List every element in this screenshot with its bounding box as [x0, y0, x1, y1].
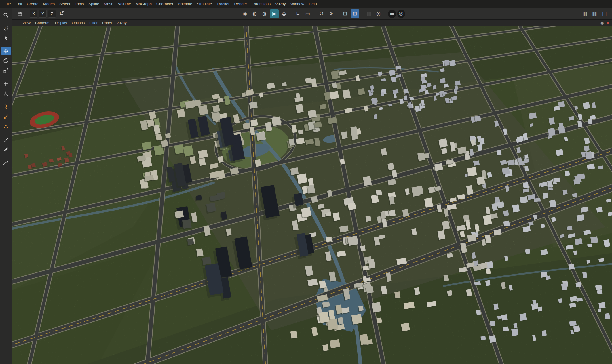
- menu-extensions[interactable]: Extensions: [249, 1, 273, 7]
- axis-y-lock-button[interactable]: Y: [39, 10, 47, 18]
- render-settings-icon[interactable]: ◑: [260, 9, 269, 18]
- viewport-menu-v-ray[interactable]: V-Ray: [114, 20, 129, 26]
- spline-tool-icon[interactable]: [1, 158, 11, 167]
- layout-edge-icon[interactable]: ▤: [600, 9, 609, 18]
- render-region-icon[interactable]: ◐: [250, 9, 259, 18]
- menu-simulate[interactable]: Simulate: [195, 1, 214, 7]
- scale-tool-icon[interactable]: [1, 66, 11, 75]
- viewport-menubar: ViewCamerasDisplayOptionsFilterPanelV-Ra…: [12, 20, 612, 26]
- knife-tool-icon[interactable]: [1, 145, 11, 154]
- viewport-menu-options[interactable]: Options: [69, 20, 87, 26]
- axis-x-lock-button[interactable]: X: [30, 10, 37, 18]
- menu-character[interactable]: Character: [154, 1, 176, 7]
- content-browser-icon[interactable]: [16, 9, 24, 18]
- app-window: FileEditCreateModesSelectToolsSplineMesh…: [0, 0, 612, 364]
- menubar-items: FileEditCreateModesSelectToolsSplineMesh…: [2, 1, 319, 7]
- move-tool-icon[interactable]: [1, 47, 11, 55]
- menu-edit[interactable]: Edit: [13, 1, 24, 7]
- axis-lock-group: XYZ: [30, 10, 57, 18]
- viewport-menu-right: ●×: [600, 20, 610, 26]
- menu-mesh[interactable]: Mesh: [102, 1, 116, 7]
- gear-icon[interactable]: ⚙: [327, 9, 336, 18]
- menu-tracker[interactable]: Tracker: [214, 1, 232, 7]
- axis-z-lock-button[interactable]: Z: [48, 10, 56, 18]
- tool-palette: [0, 8, 12, 364]
- city-scene: [12, 26, 612, 364]
- letter-a-icon[interactable]: Ⓐ: [397, 10, 405, 18]
- viewport-menu-display[interactable]: Display: [53, 20, 70, 26]
- transform-tool-icon[interactable]: [1, 79, 11, 88]
- spline-pen-icon[interactable]: [1, 102, 11, 111]
- menu-v-ray[interactable]: V-Ray: [273, 1, 288, 7]
- toolbar-divider: [27, 10, 27, 17]
- viewport-menu-filter[interactable]: Filter: [87, 20, 100, 26]
- layout-panes-icon[interactable]: ▥: [580, 9, 589, 18]
- quantize-icon[interactable]: ⊞: [351, 9, 359, 18]
- close-view-icon[interactable]: ×: [606, 20, 610, 26]
- menu-select[interactable]: Select: [57, 1, 73, 7]
- capsule-icon[interactable]: ▬: [388, 10, 396, 18]
- live-selection-icon[interactable]: [1, 24, 11, 32]
- menu-volume[interactable]: Volume: [116, 1, 133, 7]
- menu-create[interactable]: Create: [24, 1, 41, 7]
- viewport-menu-view[interactable]: View: [20, 20, 33, 26]
- rotate-tool-icon[interactable]: [1, 56, 11, 65]
- grid-snap-icon[interactable]: ⊞: [341, 9, 349, 18]
- menu-modes[interactable]: Modes: [41, 1, 57, 7]
- grab-view-icon[interactable]: ●: [600, 21, 604, 25]
- menu-animate[interactable]: Animate: [176, 1, 195, 7]
- menu-window[interactable]: Window: [288, 1, 307, 7]
- menu-tools[interactable]: Tools: [73, 1, 86, 7]
- viewport-menu-items: ViewCamerasDisplayOptionsFilterPanelV-Ra…: [20, 20, 129, 26]
- viewport-menu-cameras[interactable]: Cameras: [33, 20, 53, 26]
- viewport-menu-panel[interactable]: Panel: [100, 20, 114, 26]
- layout-grid-icon[interactable]: ▦: [590, 9, 599, 18]
- polygon-pen-icon[interactable]: [1, 112, 11, 121]
- viewport-menu-icon[interactable]: [13, 20, 20, 26]
- toolbar-center: ◉◐◑▣◒∟▭Ω⚙⊞⊞▦◎▬Ⓐ: [240, 9, 406, 18]
- render-view-icon[interactable]: ◉: [241, 9, 249, 18]
- menu-mograph[interactable]: MoGraph: [133, 1, 154, 7]
- zoom-tool-icon[interactable]: [1, 11, 11, 19]
- menu-render[interactable]: Render: [232, 1, 249, 7]
- tool-separator: [2, 22, 10, 22]
- interactive-render-icon[interactable]: ◒: [280, 9, 288, 18]
- brush-tool-icon[interactable]: [1, 135, 11, 144]
- viewport-3d[interactable]: [12, 26, 612, 364]
- axis-corner-icon[interactable]: ∟: [294, 9, 302, 18]
- target-icon[interactable]: ◎: [374, 9, 383, 18]
- points-tool-icon[interactable]: [1, 122, 11, 131]
- menubar: FileEditCreateModesSelectToolsSplineMesh…: [0, 0, 612, 8]
- menu-spline[interactable]: Spline: [86, 1, 102, 7]
- select-cursor-icon[interactable]: [1, 33, 11, 42]
- main-toolbar: XYZ ∟ ◉◐◑▣◒∟▭Ω⚙⊞⊞▦◎▬Ⓐ ▥▦▤: [12, 8, 612, 20]
- toolbar-right: ▥▦▤: [580, 9, 609, 18]
- axis-tool-icon[interactable]: [1, 89, 11, 98]
- display-mode-icon[interactable]: ▣: [270, 9, 279, 18]
- magnet-icon[interactable]: Ω: [317, 9, 326, 18]
- coordinate-system-icon[interactable]: ∟: [57, 9, 66, 18]
- menu-file[interactable]: File: [2, 1, 13, 7]
- menu-help[interactable]: Help: [307, 1, 319, 7]
- grid-off-icon[interactable]: ▦: [364, 9, 373, 18]
- workplane-icon[interactable]: ▭: [303, 9, 312, 18]
